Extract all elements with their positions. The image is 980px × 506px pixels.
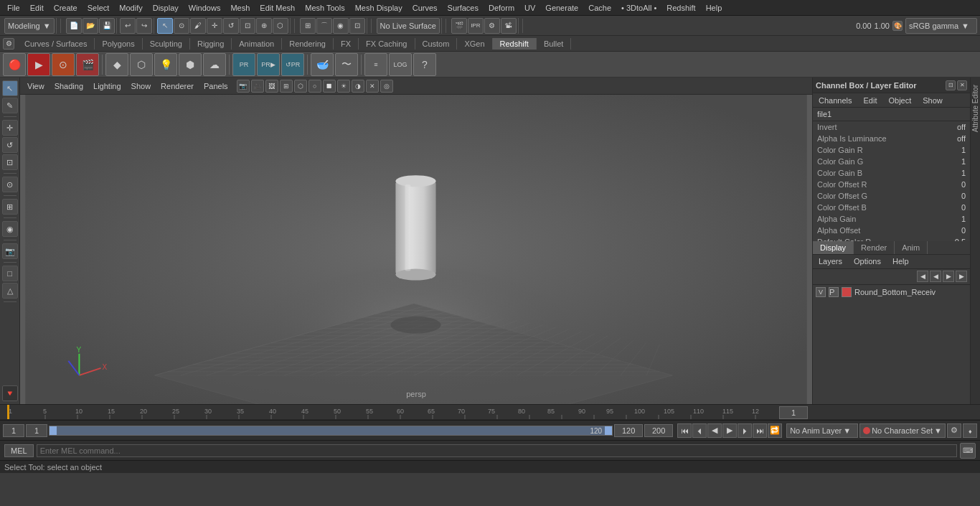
cb-row-value-5[interactable]: 0: [961, 180, 966, 189]
play-btn[interactable]: ▶: [722, 423, 737, 438]
menu-create[interactable]: Create: [50, 2, 82, 14]
color-space-selector[interactable]: sRGB gamma ▼: [905, 18, 977, 34]
vp-menu-show[interactable]: Show: [127, 80, 156, 92]
rs-light-icon[interactable]: 💡: [154, 53, 177, 76]
layer-icon-2[interactable]: ◀: [930, 271, 941, 282]
soft-mod-btn[interactable]: ⬡: [273, 18, 288, 34]
menu-file[interactable]: File: [3, 2, 24, 14]
select-tool-btn[interactable]: ↖: [157, 18, 173, 34]
rs-material-icon[interactable]: ◆: [105, 53, 128, 76]
menu-mesh-display[interactable]: Mesh Display: [351, 2, 407, 14]
bottom-icon-lt-btn[interactable]: 🔻: [2, 385, 18, 401]
menu-display[interactable]: Display: [149, 2, 183, 14]
command-line-input[interactable]: [37, 444, 957, 457]
vp-xray-btn[interactable]: ✕: [366, 80, 379, 93]
layer-row-1[interactable]: V P Round_Bottom_Receiv: [813, 285, 970, 299]
rs-object-icon[interactable]: ⬢: [179, 53, 202, 76]
layers-menu[interactable]: Layers: [813, 256, 848, 267]
cb-row-value-6[interactable]: 0: [961, 192, 966, 200]
cb-tab-anim[interactable]: Anim: [895, 241, 928, 254]
shelf-tab-rigging[interactable]: Rigging: [190, 38, 232, 50]
cb-object-menu[interactable]: Object: [882, 95, 917, 106]
snap-view-btn[interactable]: ⊡: [349, 18, 365, 34]
vp-cam2-btn[interactable]: 🎥: [251, 80, 264, 93]
vp-img-btn[interactable]: 🖼: [265, 80, 278, 93]
live-surface-selector[interactable]: No Live Surface: [377, 18, 440, 34]
mel-python-toggle[interactable]: MEL: [4, 444, 34, 457]
cb-channel-row-0[interactable]: Invertoff: [813, 121, 970, 133]
paint-select-lt-btn[interactable]: ✎: [2, 98, 18, 113]
mode-selector[interactable]: Modeling ▼: [4, 18, 55, 34]
cb-row-value-2[interactable]: 1: [961, 146, 966, 154]
anim-range-end-handle[interactable]: [605, 426, 612, 435]
cb-channel-row-6[interactable]: Color Offset G0: [813, 190, 970, 202]
component-lt-btn[interactable]: △: [2, 283, 18, 299]
anim-settings-btn[interactable]: ⚙: [947, 423, 961, 438]
rs-sky-icon[interactable]: ☁: [203, 53, 226, 76]
step-back-btn[interactable]: ⏴: [692, 423, 707, 438]
menu-mesh-tools[interactable]: Mesh Tools: [301, 2, 349, 14]
menu-help[interactable]: Help: [702, 2, 727, 14]
cb-row-value-3[interactable]: 1: [961, 157, 966, 166]
cb-channel-row-8[interactable]: Alpha Gain1: [813, 213, 970, 225]
skip-to-start-btn[interactable]: ⏮: [677, 423, 692, 438]
snap-grid-btn[interactable]: ⊞: [300, 18, 316, 34]
rs-ipr-icon[interactable]: ▶: [27, 53, 50, 76]
menu-curves[interactable]: Curves: [408, 2, 442, 14]
cb-float-btn[interactable]: ⊡: [946, 80, 956, 90]
anim-max-field[interactable]: [644, 424, 673, 437]
ipr-btn[interactable]: IPR: [468, 18, 484, 34]
vp-wireframe-btn[interactable]: ⬡: [294, 80, 307, 93]
move-lt-btn[interactable]: ✛: [2, 120, 18, 136]
rs-log-icon[interactable]: LOG: [389, 53, 412, 76]
rs-ipr2-icon[interactable]: ⊙: [52, 53, 75, 76]
cb-edit-menu[interactable]: Edit: [857, 95, 882, 106]
vp-isolate-btn[interactable]: ◎: [380, 80, 393, 93]
rs-help-icon[interactable]: ?: [413, 53, 436, 76]
move-tool-btn[interactable]: ✛: [207, 18, 222, 34]
vp-texture-btn[interactable]: 🔲: [323, 80, 336, 93]
scale-lt-btn[interactable]: ⊡: [2, 154, 18, 170]
rs-pr1-icon[interactable]: PR: [232, 53, 255, 76]
selection-mask-lt-btn[interactable]: □: [2, 266, 18, 281]
menu-uv[interactable]: UV: [520, 2, 540, 14]
redo-btn[interactable]: ↪: [136, 18, 152, 34]
menu-modify[interactable]: Modify: [115, 2, 146, 14]
rs-render-view-icon[interactable]: 🔴: [3, 53, 26, 76]
step-forward-btn[interactable]: ⏵: [738, 423, 752, 438]
cb-show-menu[interactable]: Show: [917, 95, 948, 106]
shelf-tab-sculpting[interactable]: Sculpting: [143, 38, 190, 50]
rs-render-icon[interactable]: 🎬: [76, 53, 99, 76]
vp-menu-renderer[interactable]: Renderer: [156, 80, 198, 92]
menu-edit-mesh[interactable]: Edit Mesh: [255, 2, 299, 14]
shelf-tab-fx-caching[interactable]: FX Caching: [359, 38, 415, 50]
no-anim-layer-dropdown[interactable]: No Anim Layer ▼: [786, 423, 858, 438]
open-file-btn[interactable]: 📂: [83, 18, 98, 34]
rs-node-icon[interactable]: ≡: [364, 53, 387, 76]
universal-tool-btn[interactable]: ⊕: [256, 18, 272, 34]
cb-tab-display[interactable]: Display: [813, 241, 854, 254]
viewport-canvas[interactable]: X Y persp: [20, 95, 812, 404]
layer-icon-3[interactable]: ▶: [943, 271, 954, 282]
cb-channel-row-3[interactable]: Color Gain G1: [813, 156, 970, 167]
save-file-btn[interactable]: 💾: [99, 18, 115, 34]
attr-editor-label[interactable]: Attribute Editor: [970, 80, 980, 136]
menu-cache[interactable]: Cache: [584, 2, 616, 14]
rotate-lt-btn[interactable]: ↺: [2, 137, 18, 153]
options-menu[interactable]: Options: [848, 256, 887, 267]
shelf-tab-curves-surfaces[interactable]: Curves / Surfaces: [17, 38, 95, 50]
show-manip-lt-btn[interactable]: ⊞: [2, 199, 18, 215]
anim-range-handle[interactable]: [50, 426, 57, 435]
vp-smooth-btn[interactable]: ○: [308, 80, 321, 93]
rs-shader-icon[interactable]: ⬡: [130, 53, 153, 76]
cb-row-value-8[interactable]: 1: [961, 215, 966, 223]
lasso-tool-btn[interactable]: ⊙: [174, 18, 189, 34]
cb-channel-row-4[interactable]: Color Gain B1: [813, 167, 970, 179]
anim-start-field[interactable]: [3, 424, 24, 437]
shelf-tab-xgen[interactable]: XGen: [457, 38, 492, 50]
rs-bowl-icon[interactable]: 🥣: [311, 53, 334, 76]
render-settings-btn[interactable]: ⚙: [484, 18, 500, 34]
rs-pr2-icon[interactable]: PR▶: [257, 53, 280, 76]
render-view-btn[interactable]: 🎬: [451, 18, 467, 34]
menu-3dtoall[interactable]: • 3DtoAll •: [617, 2, 661, 14]
